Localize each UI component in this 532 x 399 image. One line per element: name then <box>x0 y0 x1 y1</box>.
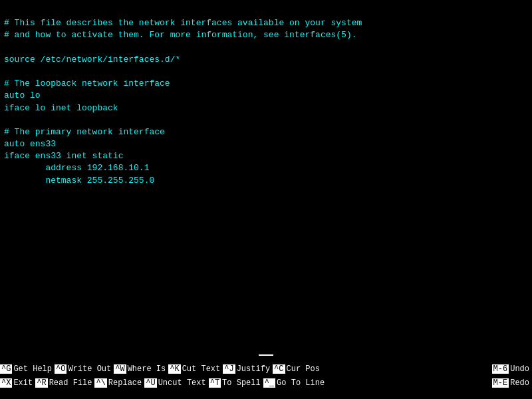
shortcut-key: ^C <box>273 364 285 374</box>
shortcut-key: ^K <box>168 364 180 374</box>
shortcut-item: ^UUncut Text <box>144 378 205 388</box>
shortcut-container: ^GGet Help^OWrite Out^WWhere Is^KCut Tex… <box>0 362 532 390</box>
shortcut-label: Exit <box>13 378 33 388</box>
shortcut-key: ^O <box>55 364 66 374</box>
shortcut-row-2: ^XExit^RRead File^\Replace^UUncut Text^T… <box>0 376 532 390</box>
shortcut-key: ^G <box>0 364 12 374</box>
shortcut-item: ^TTo Spell <box>209 378 261 388</box>
editor-area[interactable]: # This file describes the network interf… <box>0 3 532 348</box>
shortcut-key: ^U <box>144 378 156 388</box>
shortcut-item: ^_Go To Line <box>263 378 325 388</box>
shortcut-key: ^J <box>223 364 235 374</box>
shortcut-label: To Spell <box>222 378 261 388</box>
shortcut-label: Replace <box>108 378 142 388</box>
shortcut-label: Undo <box>510 364 529 374</box>
shortcut-key: ^X <box>0 378 12 388</box>
shortcut-label: Redo <box>510 378 529 388</box>
shortcut-key: ^R <box>35 378 47 388</box>
shortcut-item: ^OWrite Out <box>55 364 111 374</box>
shortcut-item-extra: M-ERedo <box>492 378 529 388</box>
shortcut-item: ^CCur Pos <box>273 364 320 374</box>
shortcut-label: Read File <box>49 378 92 388</box>
shortcut-item: ^\Replace <box>94 378 142 388</box>
shortcut-label: Uncut Text <box>158 378 206 388</box>
shortcut-item: ^GGet Help <box>0 364 52 374</box>
shortcut-key: M-6 <box>492 364 509 374</box>
shortcut-key: ^W <box>114 364 126 374</box>
shortcut-item: ^XExit <box>0 378 33 388</box>
status-message <box>259 354 273 356</box>
shortcut-item-extra: M-6Undo <box>492 364 529 374</box>
shortcut-key: M-E <box>492 378 509 388</box>
shortcut-item: ^KCut Text <box>168 364 220 374</box>
shortcut-key: ^_ <box>263 378 275 388</box>
shortcut-label: Cur Pos <box>287 364 320 374</box>
shortcut-label: Justify <box>237 364 270 374</box>
shortcut-label: Go To Line <box>277 378 325 388</box>
shortcut-row-1: ^GGet Help^OWrite Out^WWhere Is^KCut Tex… <box>0 362 532 376</box>
shortcut-key: ^\ <box>94 378 106 388</box>
shortcut-item: ^WWhere Is <box>114 364 166 374</box>
shortcut-item: ^RRead File <box>35 378 92 388</box>
shortcut-key: ^T <box>209 378 221 388</box>
shortcut-label: Get Help <box>13 364 52 374</box>
shortcut-label: Write Out <box>68 364 111 374</box>
shortcut-item: ^JJustify <box>223 364 270 374</box>
shortcut-label: Cut Text <box>182 364 221 374</box>
status-bar <box>0 348 532 362</box>
shortcut-label: Where Is <box>128 364 166 374</box>
